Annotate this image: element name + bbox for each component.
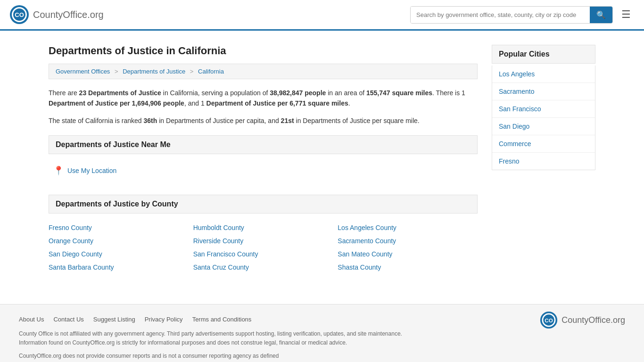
footer-link[interactable]: Contact Us xyxy=(53,316,83,323)
footer-link[interactable]: Terms and Conditions xyxy=(192,316,252,323)
county-link[interactable]: Fresno County xyxy=(49,224,189,231)
header: CO CountyOffice.org 🔍 ☰ xyxy=(0,0,644,31)
sidebar-city-link[interactable]: San Francisco xyxy=(492,100,595,117)
search-bar: 🔍 xyxy=(410,6,613,24)
sidebar-city-link[interactable]: Fresno xyxy=(492,153,595,170)
description-paragraph-1: There are 23 Departments of Justice in C… xyxy=(49,88,478,109)
menu-button[interactable]: ☰ xyxy=(618,7,635,23)
location-row: 📍 Use My Location xyxy=(49,161,478,185)
sidebar-list-item: San Francisco xyxy=(492,100,595,118)
footer-inner: About UsContact UsSuggest ListingPrivacy… xyxy=(19,316,625,361)
sidebar-list-item: Los Angeles xyxy=(492,66,595,83)
county-link[interactable]: San Diego County xyxy=(49,250,189,258)
county-link[interactable]: Shasta County xyxy=(338,263,478,271)
breadcrumb-sep-2: > xyxy=(190,68,194,75)
sidebar-title: Popular Cities xyxy=(492,45,595,64)
logo[interactable]: CO CountyOffice.org xyxy=(9,5,104,25)
svg-text:CO: CO xyxy=(15,11,24,18)
county-link[interactable]: Riverside County xyxy=(193,237,333,245)
footer: About UsContact UsSuggest ListingPrivacy… xyxy=(0,304,644,362)
sidebar-list-item: San Diego xyxy=(492,118,595,135)
sidebar-city-link[interactable]: Commerce xyxy=(492,135,595,152)
content: Departments of Justice in California Gov… xyxy=(49,45,478,280)
sidebar-list-item: Fresno xyxy=(492,153,595,170)
county-link[interactable]: San Francisco County xyxy=(193,250,333,258)
dept-per-capita: Department of Justice per 1,694,906 peop… xyxy=(49,99,184,107)
footer-disclaimer-1: County Office is not affiliated with any… xyxy=(19,329,405,347)
footer-links: About UsContact UsSuggest ListingPrivacy… xyxy=(19,316,625,323)
main-container: Departments of Justice in California Gov… xyxy=(39,31,605,295)
sidebar-list: Los AngelesSacramentoSan FranciscoSan Di… xyxy=(492,66,595,170)
search-button[interactable]: 🔍 xyxy=(590,7,612,23)
logo-text: CountyOffice.org xyxy=(33,9,104,20)
rank-capita: 36th xyxy=(144,117,157,124)
county-link[interactable]: Sacramento County xyxy=(338,237,478,245)
county-link[interactable]: Santa Barbara County xyxy=(49,263,189,271)
dept-count: 23 Departments of Justice xyxy=(79,89,161,97)
population: 38,982,847 people xyxy=(270,89,326,97)
use-my-location-link[interactable]: Use My Location xyxy=(67,167,116,174)
sidebar: Popular Cities Los AngelesSacramentoSan … xyxy=(492,45,595,280)
county-link[interactable]: Santa Cruz County xyxy=(193,263,333,271)
footer-disclaimer-2: CountyOffice.org does not provide consum… xyxy=(19,352,405,361)
sidebar-city-link[interactable]: Sacramento xyxy=(492,83,595,100)
footer-link[interactable]: About Us xyxy=(19,316,44,323)
by-county-header: Departments of Justice by County xyxy=(49,195,478,214)
sidebar-city-link[interactable]: San Diego xyxy=(492,118,595,135)
dept-per-sqmile: Department of Justice per 6,771 square m… xyxy=(206,99,348,107)
breadcrumb: Government Offices > Departments of Just… xyxy=(49,64,478,79)
county-link[interactable]: Humboldt County xyxy=(193,224,333,231)
header-right: 🔍 ☰ xyxy=(410,6,635,24)
description-paragraph-2: The state of California is ranked 36th i… xyxy=(49,115,478,126)
sidebar-list-item: Commerce xyxy=(492,135,595,153)
location-icon: 📍 xyxy=(53,165,64,176)
near-me-header: Departments of Justice Near Me xyxy=(49,135,478,154)
footer-link[interactable]: Privacy Policy xyxy=(145,316,183,323)
county-grid: Fresno CountyHumboldt CountyLos Angeles … xyxy=(49,220,478,280)
sidebar-city-link[interactable]: Los Angeles xyxy=(492,66,595,82)
rank-sqmile: 21st xyxy=(281,117,294,124)
logo-icon: CO xyxy=(9,5,29,25)
search-input[interactable] xyxy=(411,7,590,23)
footer-logo-text: CountyOffice.org xyxy=(561,315,625,325)
breadcrumb-link-ca[interactable]: California xyxy=(198,68,224,75)
county-link[interactable]: Orange County xyxy=(49,237,189,245)
breadcrumb-link-doj[interactable]: Departments of Justice xyxy=(123,68,185,75)
breadcrumb-sep-1: > xyxy=(115,68,118,75)
area: 155,747 square miles xyxy=(366,89,432,97)
footer-link[interactable]: Suggest Listing xyxy=(93,316,135,323)
page-title: Departments of Justice in California xyxy=(49,45,478,57)
sidebar-list-item: Sacramento xyxy=(492,83,595,100)
county-link[interactable]: Los Angeles County xyxy=(338,224,478,231)
county-link[interactable]: San Mateo County xyxy=(338,250,478,258)
footer-logo[interactable]: CO CountyOffice.org xyxy=(540,311,625,329)
svg-text:CO: CO xyxy=(545,317,553,323)
footer-logo-icon: CO xyxy=(540,311,558,329)
breadcrumb-link-gov[interactable]: Government Offices xyxy=(56,68,110,75)
